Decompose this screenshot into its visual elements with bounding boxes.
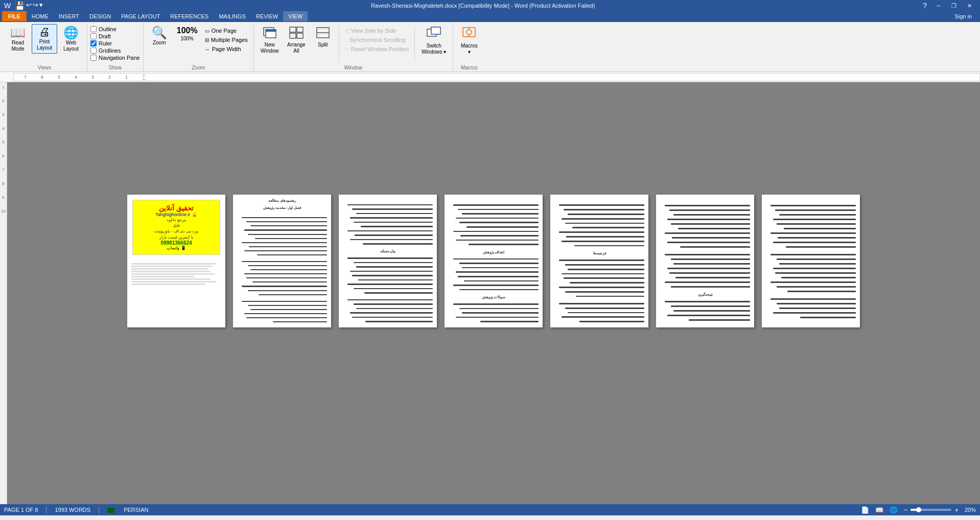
doc-page-2[interactable]: رهنمودهای مطالعه فصل اول: مقدمه پژوهش: [233, 195, 331, 327]
new-window-label: NewWindow: [261, 42, 279, 54]
split-button[interactable]: Split: [310, 24, 336, 51]
macros-button[interactable]: Macros▾: [456, 24, 482, 58]
zoom-out-btn[interactable]: −: [903, 506, 909, 514]
horizontal-ruler: 7 6 5 4 3 2 1 ⌶: [13, 73, 980, 81]
menu-home[interactable]: HOME: [27, 11, 54, 21]
help-btn[interactable]: ?: [923, 2, 927, 10]
reset-position-label: Reset Window Position: [351, 46, 409, 52]
nav-pane-checkbox[interactable]: [90, 55, 97, 61]
view-read-btn[interactable]: 📖: [874, 506, 884, 514]
sync-scroll-icon: ↕: [345, 37, 347, 43]
side-ruler-8: 8: [2, 181, 4, 186]
synchronous-scrolling-button[interactable]: ↕ Synchronous Scrolling: [342, 35, 411, 44]
ribbon-group-window: NewWindow ArrangeAll Split ⊟ View Side: [254, 23, 453, 72]
save-icon[interactable]: 💾: [15, 1, 25, 11]
arrange-all-button[interactable]: ArrangeAll: [284, 24, 309, 57]
close-button[interactable]: ✕: [963, 1, 976, 10]
doc-page-4[interactable]: اهداف پژوهش سوالات پژوهش: [445, 195, 543, 327]
menu-insert[interactable]: INSERT: [54, 11, 84, 21]
side-ruler-1: 1: [2, 85, 4, 89]
ribbon: FILE HOME INSERT DESIGN PAGE LAYOUT REFE…: [0, 11, 980, 22]
page-4-content: اهداف پژوهش سوالات پژوهش: [445, 195, 543, 327]
page-2-subheading: فصل اول: مقدمه پژوهش: [237, 206, 327, 210]
ruler-2: 2: [108, 75, 111, 80]
menu-mailings[interactable]: MAILINGS: [214, 11, 251, 21]
window-small-options: ⊟ View Side by Side ↕ Synchronous Scroll…: [342, 24, 411, 56]
ruler-checkbox-label[interactable]: Ruler: [90, 40, 140, 46]
web-layout-button[interactable]: 🌐 WebLayout: [58, 24, 84, 55]
doc-page-7[interactable]: [762, 195, 860, 327]
zoom-percent[interactable]: 20%: [962, 507, 976, 513]
menu-file[interactable]: FILE: [2, 11, 27, 21]
page-width-icon: ↔: [205, 46, 210, 52]
read-mode-button[interactable]: 📖 ReadMode: [5, 24, 31, 55]
read-mode-label: ReadMode: [11, 40, 24, 52]
doc-page-1[interactable]: تحقیق آنلاین Tahghighonline.ir 🔒 مرجع دا…: [127, 195, 225, 327]
ad-title: تحقیق آنلاین: [137, 204, 216, 212]
side-ruler-6: 6: [2, 154, 4, 158]
redo-icon[interactable]: ↪: [33, 1, 38, 11]
svg-rect-4: [297, 27, 303, 32]
menu-view[interactable]: VIEW: [283, 11, 308, 21]
zoom-in-btn[interactable]: +: [953, 506, 960, 514]
doc-page-6[interactable]: نتیجه‌گیری: [656, 195, 754, 327]
new-window-button[interactable]: NewWindow: [257, 24, 283, 57]
ruler-6: 6: [41, 75, 43, 80]
statusbar: PAGE 1 OF 8 1993 WORDS PERSIAN 📄 📖 🌐 − +…: [0, 504, 980, 515]
draft-checkbox-label[interactable]: Draft: [90, 33, 140, 39]
outline-checkbox[interactable]: [90, 26, 97, 32]
outline-checkbox-label[interactable]: Outline: [90, 26, 140, 32]
zoom-slider[interactable]: [911, 509, 951, 511]
side-ruler-9: 9: [2, 195, 4, 200]
svg-rect-5: [290, 33, 296, 38]
menu-page-layout[interactable]: PAGE LAYOUT: [116, 11, 165, 21]
menu-design[interactable]: DESIGN: [84, 11, 116, 21]
menu-review[interactable]: REVIEW: [251, 11, 283, 21]
one-page-button[interactable]: ▭ One Page: [202, 26, 250, 35]
language-label[interactable]: PERSIAN: [124, 507, 148, 513]
svg-point-12: [466, 30, 472, 35]
gridlines-checkbox[interactable]: [90, 48, 97, 54]
sync-scroll-label: Synchronous Scrolling: [349, 37, 405, 43]
view-side-by-side-button[interactable]: ⊟ View Side by Side: [342, 26, 411, 35]
multiple-pages-button[interactable]: ⊟ Multiple Pages: [202, 35, 250, 44]
print-layout-button[interactable]: 🖨 PrintLayout: [32, 24, 57, 54]
reset-window-position-button[interactable]: ⤡ Reset Window Position: [342, 44, 411, 54]
web-layout-icon: 🌐: [63, 27, 79, 39]
ruler-checkbox[interactable]: [90, 40, 97, 46]
customize-qat-icon[interactable]: ▾: [39, 1, 43, 11]
status-sep-2: [99, 506, 99, 513]
doc-page-5[interactable]: فرضیه‌ها: [550, 195, 648, 327]
print-layout-label: PrintLayout: [37, 39, 52, 51]
sign-in-link[interactable]: Sign in: [948, 11, 978, 21]
draft-checkbox[interactable]: [90, 33, 97, 39]
print-layout-icon: 🖨: [39, 27, 50, 38]
nav-pane-checkbox-label[interactable]: Navigation Pane: [90, 55, 140, 61]
zoom-100-button[interactable]: 100% 100%: [173, 24, 201, 44]
side-ruler-5: 5: [2, 140, 4, 145]
page-info[interactable]: PAGE 1 OF 8: [4, 507, 38, 513]
view-web-btn[interactable]: 🌐: [889, 506, 899, 514]
view-page-btn[interactable]: 📄: [860, 506, 870, 514]
page-2-heading: رهنمودهای مطالعه: [237, 199, 327, 203]
switch-windows-button[interactable]: SwitchWindows ▾: [418, 24, 450, 58]
restore-button[interactable]: ❐: [947, 1, 961, 10]
minimize-button[interactable]: ─: [932, 1, 945, 10]
page-width-button[interactable]: ↔ Page Width: [202, 44, 250, 54]
window-title: Ravesh-Shenasi-Moghaleteh.docx [Compatib…: [43, 3, 923, 9]
page-2-content: رهنمودهای مطالعه فصل اول: مقدمه پژوهش: [233, 195, 331, 327]
svg-rect-2: [266, 30, 276, 32]
menu-references[interactable]: REFERENCES: [165, 11, 214, 21]
undo-icon[interactable]: ↩: [26, 1, 32, 11]
zoom-slider-thumb[interactable]: [916, 507, 921, 512]
doc-page-3[interactable]: بیان مسئله: [339, 195, 437, 327]
word-count[interactable]: 1993 WORDS: [55, 507, 90, 513]
status-sep-1: [46, 506, 46, 513]
side-ruler-7: 7: [2, 168, 4, 172]
pages-area[interactable]: تحقیق آنلاین Tahghighonline.ir 🔒 مرجع دا…: [7, 82, 980, 504]
gridlines-checkbox-label[interactable]: Gridlines: [90, 48, 140, 54]
svg-rect-3: [290, 27, 296, 32]
language-indicator: [107, 507, 115, 513]
zoom-button[interactable]: 🔍 Zoom: [147, 24, 172, 49]
page-1-content: تحقیق آنلاین Tahghighonline.ir 🔒 مرجع دا…: [127, 195, 225, 327]
